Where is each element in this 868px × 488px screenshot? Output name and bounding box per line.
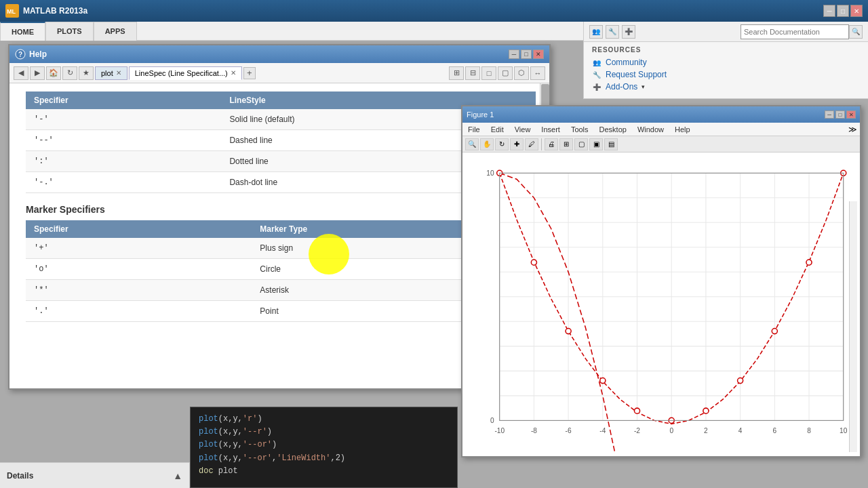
menu-window[interactable]: Window xyxy=(635,125,667,134)
fig-pan-btn[interactable]: ✋ xyxy=(480,138,494,150)
support-icon: 🔧 xyxy=(592,70,601,79)
add-tab-button[interactable]: + xyxy=(243,67,256,79)
figure-scrollbar-right[interactable] xyxy=(849,201,857,452)
maximize-button[interactable]: □ xyxy=(837,5,849,17)
bookmark-button[interactable]: ★ xyxy=(79,66,94,80)
resources-label: RESOURCES xyxy=(592,46,860,54)
marker-point xyxy=(738,378,743,384)
help-icon: ? xyxy=(15,49,26,60)
code-content: plot(x,y,'r') plot(x,y,'--r') plot(x,y,'… xyxy=(191,407,457,483)
specifier-cell: '--' xyxy=(26,130,221,151)
tab-plot[interactable]: plot ✕ xyxy=(95,66,127,80)
search-submit-icon[interactable]: 🔍 xyxy=(849,25,863,39)
table-row: '+' Plus sign xyxy=(26,238,536,259)
details-label: Details xyxy=(7,471,33,481)
fig-layout-1[interactable]: ▢ xyxy=(574,138,588,150)
addons-label: Add-Ons xyxy=(606,82,637,92)
right-panel: 👥 🔧 ➕ 🔍 RESOURCES 👥 Community 🔧 Request … xyxy=(583,22,868,99)
menu-help[interactable]: Help xyxy=(672,125,693,134)
code-string: '--r' xyxy=(243,427,267,436)
tab-apps[interactable]: APPS xyxy=(94,22,137,41)
home-nav-button[interactable]: 🏠 xyxy=(46,66,61,80)
specifier-cell: '.' xyxy=(26,301,252,322)
help-minimize-btn[interactable]: ─ xyxy=(509,49,519,59)
support-icon[interactable]: 🔧 xyxy=(606,25,619,39)
close-button[interactable]: ✕ xyxy=(850,5,863,17)
figure-toolbar: 🔍 ✋ ↻ ✚ 🖊 🖨 ⊞ ▢ ▣ ▤ xyxy=(462,136,860,152)
x-label: 2 xyxy=(704,427,708,434)
view-btn-6[interactable]: ↔ xyxy=(530,66,545,80)
code-string: 'r' xyxy=(243,414,258,424)
tab-plot-close[interactable]: ✕ xyxy=(116,69,121,77)
app-title: MATLAB R2013a xyxy=(23,6,87,16)
figure-menubar: File Edit View Insert Tools Desktop Wind… xyxy=(462,123,860,136)
fig-rotate-btn[interactable]: ↻ xyxy=(495,138,509,150)
view-btn-1[interactable]: ⊞ xyxy=(449,66,464,80)
addons-icon[interactable]: ➕ xyxy=(622,25,635,39)
marker-section-heading: Marker Specifiers xyxy=(26,204,536,215)
fig-grid-btn[interactable]: ⊞ xyxy=(559,138,573,150)
fig-close-btn[interactable]: ✕ xyxy=(846,110,856,119)
forward-button[interactable]: ▶ xyxy=(30,66,45,80)
view-btn-5[interactable]: ⬡ xyxy=(514,66,529,80)
addons-link[interactable]: ➕ Add-Ons ▾ xyxy=(592,82,860,92)
tab-plots[interactable]: PLOTS xyxy=(45,22,94,41)
marker-point xyxy=(600,378,606,384)
fig-datacursor-btn[interactable]: ✚ xyxy=(510,138,524,150)
x-label: -4 xyxy=(599,427,606,434)
menu-desktop[interactable]: Desktop xyxy=(597,125,629,134)
tab-home[interactable]: HOME xyxy=(0,22,45,41)
menu-tools[interactable]: Tools xyxy=(568,125,591,134)
view-btn-2[interactable]: ⊟ xyxy=(465,66,480,80)
fig-brush-btn[interactable]: 🖊 xyxy=(525,138,538,150)
x-label: -8 xyxy=(531,427,537,434)
table-row: ':' Dotted line xyxy=(26,151,536,172)
menu-insert[interactable]: Insert xyxy=(538,125,563,134)
figure-titlebar: Figure 1 ─ □ ✕ xyxy=(462,106,860,123)
back-button[interactable]: ◀ xyxy=(14,66,28,80)
code-string: '--or' xyxy=(243,440,272,449)
view-buttons: ⊞ ⊟ □ ▢ ⬡ ↔ xyxy=(449,66,545,80)
support-link[interactable]: 🔧 Request Support xyxy=(592,70,860,79)
plot-svg: -10 -8 -6 -4 -2 0 2 4 6 8 10 10 0 xyxy=(465,155,857,452)
tab-linespec[interactable]: LineSpec (Line Specificat...) ✕ xyxy=(129,66,242,80)
specifier-cell: '*' xyxy=(26,280,252,301)
community-icon[interactable]: 👥 xyxy=(589,25,603,39)
x-label: -2 xyxy=(634,427,640,434)
menu-edit[interactable]: Edit xyxy=(488,125,507,134)
linestyle-table: Specifier LineStyle '-' Solid line (defa… xyxy=(26,92,536,193)
plot-area: -10 -8 -6 -4 -2 0 2 4 6 8 10 10 0 xyxy=(465,155,857,452)
community-link[interactable]: 👥 Community xyxy=(592,58,860,67)
fig-layout-3[interactable]: ▤ xyxy=(604,138,618,150)
view-btn-4[interactable]: ▢ xyxy=(498,66,513,80)
svg-text:?: ? xyxy=(18,51,22,58)
x-label: -6 xyxy=(566,427,572,434)
help-maximize-btn[interactable]: □ xyxy=(521,49,532,59)
fig-print-btn[interactable]: 🖨 xyxy=(545,138,558,150)
fig-maximize-btn[interactable]: □ xyxy=(835,110,845,119)
menu-view[interactable]: View xyxy=(512,125,534,134)
marker-point xyxy=(703,408,709,413)
fig-layout-2[interactable]: ▣ xyxy=(589,138,603,150)
refresh-button[interactable]: ↻ xyxy=(62,66,77,80)
tab-linespec-close[interactable]: ✕ xyxy=(231,69,236,77)
specifier-cell: 'o' xyxy=(26,259,252,280)
linestyle-header-specifier: Specifier xyxy=(26,92,221,109)
figure-expand-btn[interactable]: ≫ xyxy=(848,125,857,134)
help-close-btn[interactable]: ✕ xyxy=(533,49,544,59)
help-titlebar: ? Help ─ □ ✕ xyxy=(9,45,549,63)
details-panel[interactable]: Details ▲ xyxy=(0,462,190,488)
minimize-button[interactable]: ─ xyxy=(823,5,835,17)
fig-zoom-btn[interactable]: 🔍 xyxy=(465,138,479,150)
code-line-1: plot(x,y,'r') xyxy=(199,413,449,426)
search-input[interactable] xyxy=(741,24,849,39)
menu-file[interactable]: File xyxy=(465,125,483,134)
fig-minimize-btn[interactable]: ─ xyxy=(825,110,834,119)
marker-point xyxy=(634,408,639,413)
marker-table: Specifier Marker Type '+' Plus sign 'o' … xyxy=(26,220,536,322)
view-btn-3[interactable]: □ xyxy=(481,66,496,80)
code-func: plot xyxy=(199,453,218,463)
community-label: Community xyxy=(606,58,647,67)
x-label: -10 xyxy=(494,427,505,434)
svg-text:ML: ML xyxy=(7,8,16,15)
